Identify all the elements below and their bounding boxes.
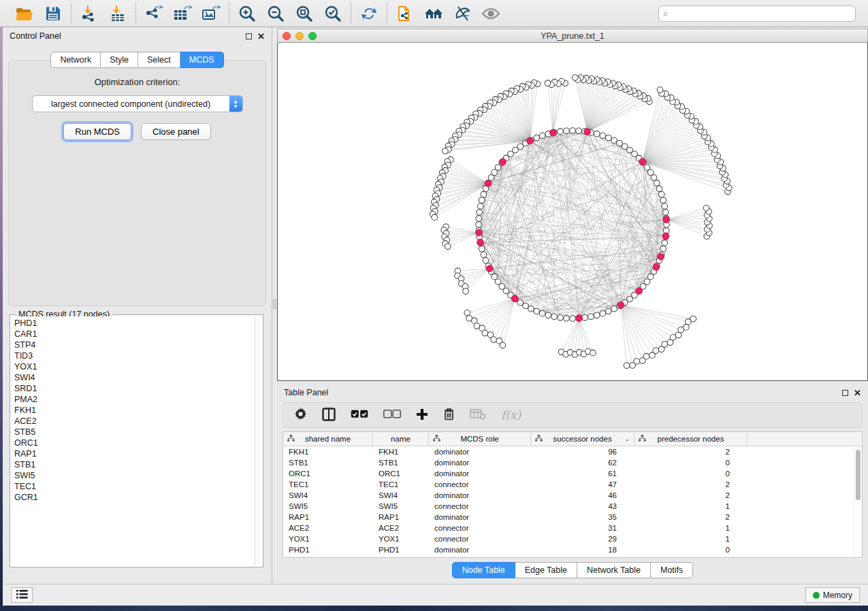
network-node[interactable] (539, 133, 545, 139)
network-node[interactable] (545, 80, 551, 86)
mcds-result-list[interactable]: PHD1CAR1STP4TID3YOX1SWI4SRD1PMA2FKH1ACE2… (12, 316, 255, 565)
network-node[interactable] (463, 288, 469, 295)
network-node[interactable] (634, 359, 640, 365)
column-header-successor-nodes[interactable]: successor nodes⌄ (531, 432, 634, 446)
column-header-MCDS-role[interactable]: MCDS role (429, 432, 531, 446)
network-node[interactable] (658, 191, 664, 197)
network-node[interactable] (500, 342, 506, 348)
list-item[interactable]: TEC1 (14, 481, 252, 492)
network-node[interactable] (663, 210, 669, 216)
network-node[interactable] (606, 135, 612, 141)
network-node[interactable] (534, 308, 540, 314)
table-row[interactable]: RAP1RAP1dominator352 (283, 512, 862, 523)
list-item[interactable]: STP4 (14, 340, 252, 350)
float-panel-icon[interactable] (246, 33, 252, 39)
open-session-button[interactable] (15, 4, 34, 23)
table-settings-button[interactable] (294, 408, 307, 423)
import-table-button[interactable] (108, 4, 127, 23)
list-item[interactable]: GCR1 (14, 492, 252, 503)
zoom-fit-button[interactable] (295, 4, 314, 23)
network-node[interactable] (647, 274, 654, 280)
network-node[interactable] (657, 87, 663, 93)
network-node[interactable] (474, 323, 480, 329)
table-row[interactable]: ORC1ORC1dominator610 (283, 468, 862, 479)
network-node[interactable] (644, 279, 650, 285)
table-row[interactable]: TEC1TEC1connector472 (283, 479, 862, 490)
zoom-selected-button[interactable] (323, 4, 342, 23)
mcds-hub-node[interactable] (658, 253, 664, 260)
network-node[interactable] (660, 246, 666, 252)
search-input[interactable] (671, 9, 851, 18)
network-node[interactable] (495, 165, 501, 171)
network-node[interactable] (651, 175, 657, 181)
zoom-in-button[interactable] (238, 4, 257, 23)
mcds-hub-node[interactable] (617, 301, 624, 308)
column-header-shared-name[interactable]: shared name (283, 432, 373, 446)
network-node[interactable] (622, 144, 628, 150)
network-node[interactable] (477, 210, 483, 216)
network-canvas[interactable] (277, 43, 868, 381)
tab-style[interactable]: Style (101, 52, 138, 68)
mcds-hub-node[interactable] (511, 295, 518, 302)
network-node[interactable] (564, 315, 570, 321)
table-row[interactable]: PHD1PHD1dominator180 (283, 544, 862, 555)
network-node[interactable] (600, 133, 606, 139)
apply-layout-button[interactable] (359, 4, 379, 23)
list-item[interactable]: RAP1 (14, 448, 252, 459)
network-node[interactable] (662, 240, 668, 246)
network-node[interactable] (534, 135, 540, 141)
network-node[interactable] (539, 310, 545, 316)
mcds-hub-node[interactable] (485, 180, 492, 187)
mcds-result-scrollbar[interactable] (255, 316, 261, 565)
mcds-hub-node[interactable] (584, 129, 591, 135)
panel-divider[interactable] (272, 27, 277, 584)
close-table-panel-icon[interactable]: ✕ (854, 390, 861, 396)
network-node[interactable] (432, 214, 438, 220)
network-node[interactable] (479, 246, 485, 252)
tab-network-table[interactable]: Network Table (577, 562, 651, 578)
network-node[interactable] (523, 303, 529, 309)
network-node[interactable] (476, 216, 482, 222)
network-node[interactable] (572, 75, 578, 81)
list-item[interactable]: YOX1 (14, 361, 252, 372)
run-mcds-button[interactable]: Run MCDS (63, 123, 131, 140)
network-node[interactable] (606, 308, 612, 314)
network-node[interactable] (643, 353, 649, 359)
show-panels-button[interactable] (481, 4, 500, 23)
table-scrollbar[interactable] (854, 447, 861, 557)
list-item[interactable]: ACE2 (14, 416, 252, 427)
network-node[interactable] (564, 128, 570, 134)
network-node[interactable] (647, 169, 654, 176)
network-node[interactable] (482, 330, 488, 336)
tab-mcds[interactable]: MCDS (180, 52, 224, 68)
network-node[interactable] (558, 315, 564, 321)
zoom-out-button[interactable] (266, 4, 285, 23)
network-node[interactable] (570, 128, 576, 134)
mcds-hub-node[interactable] (476, 229, 483, 236)
network-node[interactable] (558, 129, 564, 135)
table-row[interactable]: SWI4SWI4dominator462 (283, 490, 862, 501)
network-node[interactable] (576, 128, 582, 134)
table-row[interactable]: ACE2ACE2connector311 (283, 523, 862, 533)
mcds-hub-node[interactable] (653, 264, 660, 271)
tab-select[interactable]: Select (138, 52, 180, 68)
global-search-field[interactable]: ⌕ (658, 5, 856, 22)
network-node[interactable] (624, 363, 630, 369)
list-item[interactable]: CAR1 (14, 329, 252, 340)
criterion-select[interactable]: largest connected component (undirected)… (32, 95, 243, 112)
list-item[interactable]: STB1 (14, 459, 252, 470)
select-all-button[interactable] (351, 410, 368, 421)
list-item[interactable]: SWI4 (14, 372, 252, 383)
network-node[interactable] (654, 180, 660, 186)
network-from-file-button[interactable] (396, 4, 415, 23)
list-item[interactable]: SRD1 (14, 383, 252, 394)
network-node[interactable] (528, 306, 534, 312)
delete-table-button[interactable] (470, 409, 486, 422)
network-node[interactable] (627, 147, 633, 153)
list-item[interactable]: TID3 (14, 350, 252, 361)
deselect-all-button[interactable] (383, 410, 401, 421)
network-node[interactable] (492, 274, 498, 280)
table-row[interactable]: YOX1YOX1connector291 (283, 533, 862, 544)
float-table-panel-icon[interactable] (842, 390, 848, 396)
list-item[interactable]: SWI5 (14, 470, 252, 481)
